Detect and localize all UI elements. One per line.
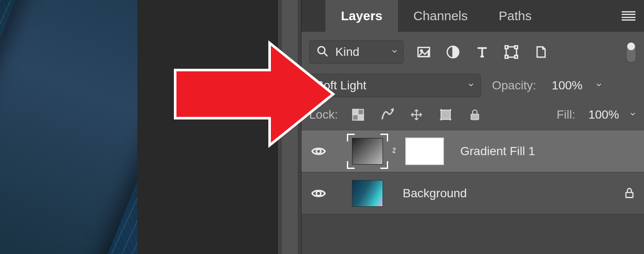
blend-mode-value: Soft Light [316,79,366,92]
lock-all-icon[interactable] [468,107,482,122]
chevron-down-icon[interactable] [629,110,636,119]
chevron-down-icon [391,48,398,56]
opacity-label: Opacity: [492,79,536,92]
layer-link-icon[interactable] [390,144,398,158]
layer-list: Gradient Fill 1 Background [301,130,644,214]
tab-channels-label: Channels [413,9,468,23]
workspace-background [137,0,277,254]
filter-type-icons [416,45,548,59]
tab-layers[interactable]: Layers [325,0,398,32]
lock-transparency-icon[interactable] [351,107,365,122]
search-icon [316,45,328,59]
filter-shape-icon[interactable] [504,45,519,59]
tab-paths[interactable]: Paths [483,0,547,32]
layer-thumbnail[interactable] [352,180,383,207]
filter-pixel-icon[interactable] [416,45,431,59]
lock-label: Lock: [309,108,338,122]
visibility-toggle-icon[interactable] [309,186,328,201]
blend-opacity-row: Soft Light Opacity: 100% [301,71,644,105]
chevron-down-icon[interactable] [595,81,602,90]
svg-rect-22 [471,114,479,120]
tab-channels[interactable]: Channels [398,0,483,32]
layer-thumbnail[interactable] [352,138,383,165]
tab-layers-label: Layers [341,9,383,23]
panel-menu-icon[interactable] [622,11,635,21]
filter-adjustment-icon[interactable] [446,45,460,59]
svg-point-23 [316,149,321,153]
layer-name[interactable]: Gradient Fill 1 [460,144,535,158]
filter-kind-dropdown[interactable]: Kind [309,40,404,64]
layer-mask-thumbnail[interactable] [405,138,444,165]
filter-kind-label: Kind [335,45,359,59]
svg-point-24 [316,191,321,196]
layer-locked-icon[interactable] [623,187,636,200]
opacity-value[interactable]: 100% [544,79,583,92]
filter-text-icon[interactable] [475,45,489,59]
fill-value[interactable]: 100% [580,108,619,122]
panel-tab-strip-inner [281,0,298,254]
panel-tabs: Layers Channels Paths [301,0,644,32]
lock-artboard-icon[interactable] [438,107,453,122]
svg-point-0 [318,47,325,54]
panel-tab-strip[interactable] [277,0,301,254]
layer-filter-row: Kind [301,32,644,71]
svg-rect-17 [441,110,450,119]
svg-rect-25 [626,192,633,197]
filter-toggle[interactable] [626,41,636,63]
filter-smartobject-icon[interactable] [533,45,548,59]
svg-line-1 [324,53,328,56]
svg-rect-15 [352,110,358,115]
lock-image-icon[interactable] [380,107,395,122]
fill-label: Fill: [556,108,575,122]
panel-footer-area [301,214,644,254]
tab-paths-label: Paths [499,9,532,23]
blend-mode-dropdown[interactable]: Soft Light [309,74,481,97]
lock-icons-group [351,107,482,122]
svg-rect-16 [358,115,364,120]
layers-panel: Layers Channels Paths Kind [301,0,644,254]
layer-name[interactable]: Background [403,187,467,200]
lock-position-icon[interactable] [409,107,424,122]
svg-point-3 [421,50,422,52]
chevron-down-icon [468,81,474,90]
layer-row[interactable]: Gradient Fill 1 [301,130,644,172]
document-canvas[interactable] [0,0,137,254]
lock-fill-row: Lock: Fill: 100% [301,105,644,130]
layer-row[interactable]: Background [301,172,644,214]
visibility-toggle-icon[interactable] [309,144,328,159]
